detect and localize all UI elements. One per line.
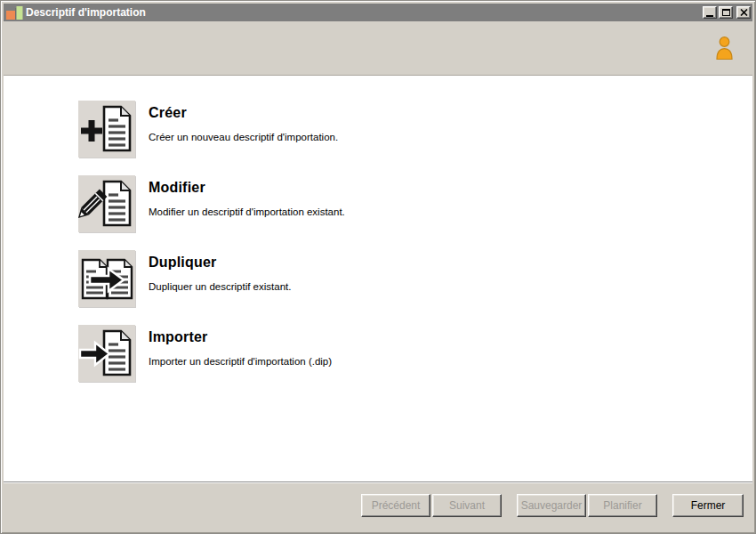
titlebar[interactable]: Descriptif d'importation — [4, 4, 752, 21]
option-text: Dupliquer Dupliquer un descriptif exista… — [149, 250, 291, 292]
content-area: Créer Créer un nouveau descriptif d'impo… — [4, 76, 752, 481]
next-button[interactable]: Suivant — [432, 494, 502, 517]
option-title: Importer — [149, 329, 332, 345]
minimize-button[interactable] — [703, 6, 717, 19]
option-title: Dupliquer — [149, 255, 291, 271]
option-list: Créer Créer un nouveau descriptif d'impo… — [4, 76, 752, 382]
app-logo-icon — [5, 4, 23, 20]
option-description: Importer un descriptif d'importation (.d… — [149, 356, 332, 367]
option-importer[interactable]: Importer Importer un descriptif d'import… — [78, 325, 752, 382]
save-button[interactable]: Sauvegarder — [517, 494, 586, 517]
option-description: Créer un nouveau descriptif d'importatio… — [149, 132, 338, 142]
option-description: Modifier un descriptif d'importation exi… — [149, 206, 345, 217]
close-icon — [740, 9, 748, 16]
option-text: Importer Importer un descriptif d'import… — [149, 325, 332, 367]
person-icon[interactable] — [714, 36, 735, 61]
close-dialog-button[interactable]: Fermer — [672, 494, 744, 517]
option-description: Dupliquer un descriptif existant. — [149, 281, 291, 292]
import-descriptor-dialog: Descriptif d'importation — [0, 0, 756, 534]
schedule-button[interactable]: Planifier — [588, 494, 657, 517]
pencil-document-icon — [78, 175, 135, 232]
option-creer[interactable]: Créer Créer un nouveau descriptif d'impo… — [78, 101, 752, 158]
header-band — [4, 21, 752, 76]
maximize-button[interactable] — [719, 6, 733, 19]
option-title: Créer — [149, 105, 338, 121]
previous-button[interactable]: Précédent — [361, 494, 430, 517]
import-arrow-document-icon — [78, 325, 135, 382]
option-text: Créer Créer un nouveau descriptif d'impo… — [149, 101, 338, 142]
minimize-icon — [706, 15, 713, 17]
option-title: Modifier — [149, 180, 345, 196]
plus-document-icon — [78, 101, 135, 158]
option-text: Modifier Modifier un descriptif d'import… — [149, 175, 345, 217]
window-title: Descriptif d'importation — [26, 6, 701, 19]
option-dupliquer[interactable]: Dupliquer Dupliquer un descriptif exista… — [78, 250, 752, 307]
footer-button-bar: Précédent Suivant Sauvegarder Planifier … — [4, 483, 752, 530]
duplicate-document-icon — [78, 250, 135, 307]
maximize-icon — [722, 9, 730, 16]
option-modifier[interactable]: Modifier Modifier un descriptif d'import… — [78, 175, 752, 232]
close-button[interactable] — [736, 6, 751, 19]
